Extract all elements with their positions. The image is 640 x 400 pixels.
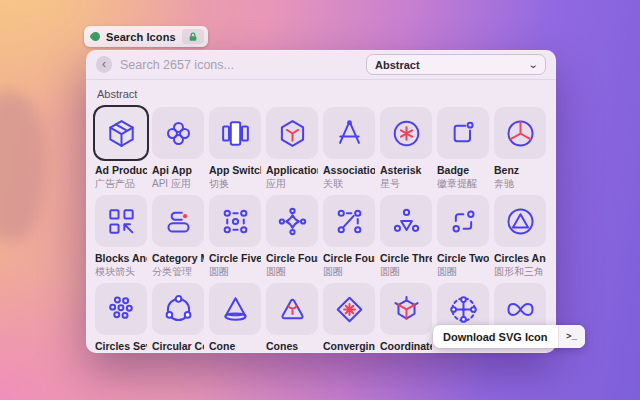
icon-cell: Benz奔驰 bbox=[494, 107, 546, 190]
icon-label: Cones bbox=[266, 340, 318, 353]
category-dropdown-value: Abstract bbox=[375, 59, 420, 71]
icon-cell: Circle Four...圆圈 bbox=[323, 195, 375, 278]
icon-tile-coordinate[interactable] bbox=[380, 283, 432, 335]
icon-tile-app-switch[interactable] bbox=[209, 107, 261, 159]
icon-label: Blocks And... bbox=[95, 252, 147, 265]
icon-label: Benz bbox=[494, 164, 546, 177]
icon-label: Ad Product bbox=[95, 164, 147, 177]
icon-tile-blocks-arrows[interactable] bbox=[95, 195, 147, 247]
results-area: Abstract Ad Product广告产品Api AppAPI 应用App … bbox=[86, 80, 556, 353]
icon-label: Cone bbox=[209, 340, 261, 353]
icon-cell: Ad Product广告产品 bbox=[95, 107, 147, 190]
icon-cell: Cones坐标系 bbox=[266, 283, 318, 353]
window-tab-title: Search Icons bbox=[106, 31, 176, 43]
icon-label: Application... bbox=[266, 164, 318, 177]
icon-label-zh: 徽章提醒 bbox=[437, 177, 489, 190]
icon-tile-cone[interactable] bbox=[209, 283, 261, 335]
icon-cell: Blocks And...模块箭头 bbox=[95, 195, 147, 278]
icon-label-zh: 星号 bbox=[380, 177, 432, 190]
search-input[interactable]: Search 2657 icons... bbox=[120, 58, 234, 72]
icon-cell: Association关联 bbox=[323, 107, 375, 190]
icon-cell: Circle Two L...圆圈 bbox=[437, 195, 489, 278]
icon-tile-circle-five[interactable] bbox=[209, 195, 261, 247]
icon-tile-circles-seven[interactable] bbox=[95, 283, 147, 335]
icon-cell: Circles Seven圆圈 bbox=[95, 283, 147, 353]
icon-tile-circle-four[interactable] bbox=[266, 195, 318, 247]
icon-label: Asterisk bbox=[380, 164, 432, 177]
wallpaper-blob bbox=[0, 92, 46, 240]
icon-cell: Circular Con...圆形连接 bbox=[152, 283, 204, 353]
download-svg-button[interactable]: Download SVG Icon >_ bbox=[433, 325, 585, 348]
icon-label: Coordinate... bbox=[380, 340, 432, 353]
chevron-down-icon: ⌄ bbox=[527, 59, 538, 70]
icon-label-zh: 圆圈 bbox=[323, 265, 375, 278]
icon-cell: Application...应用 bbox=[266, 107, 318, 190]
icon-label-zh: 圆圈 bbox=[437, 265, 489, 278]
icon-cell: Category M...分类管理 bbox=[152, 195, 204, 278]
icon-label: Circle Four... bbox=[323, 252, 375, 265]
icon-cell: Circle Five L...圆圈 bbox=[209, 195, 261, 278]
icon-grid: Ad Product广告产品Api AppAPI 应用App Switch切换A… bbox=[95, 107, 549, 353]
shortcut-key-icon: >_ bbox=[558, 325, 585, 348]
icon-cell: Converging...汇聚回关 bbox=[323, 283, 375, 353]
icon-label: Association bbox=[323, 164, 375, 177]
icon-cell: Badge徽章提醒 bbox=[437, 107, 489, 190]
icon-label-zh: 奔驰 bbox=[494, 177, 546, 190]
icon-tile-circle-triangle[interactable] bbox=[494, 195, 546, 247]
icon-tile-benz[interactable] bbox=[494, 107, 546, 159]
icon-label-zh: 分类管理 bbox=[152, 265, 204, 278]
icon-label-zh: 应用 bbox=[266, 177, 318, 190]
category-dropdown[interactable]: Abstract ⌄ bbox=[366, 54, 546, 75]
search-icons-window: ‹ Search 2657 icons... Abstract ⌄ Abstra… bbox=[86, 50, 556, 353]
icon-tile-converging[interactable] bbox=[323, 283, 375, 335]
icon-cell: Circle Four圆圈 bbox=[266, 195, 318, 278]
icon-cell: Api AppAPI 应用 bbox=[152, 107, 204, 190]
icon-label: Category M... bbox=[152, 252, 204, 265]
icon-tile-api-app[interactable] bbox=[152, 107, 204, 159]
icon-label: App Switch bbox=[209, 164, 261, 177]
icon-label-zh: 关联 bbox=[323, 177, 375, 190]
icon-tile-circle-two[interactable] bbox=[437, 195, 489, 247]
icon-tile-ad-product[interactable] bbox=[95, 107, 147, 159]
icon-label: Circles Seven bbox=[95, 340, 147, 353]
icon-label-zh: 圆圈 bbox=[380, 265, 432, 278]
icon-tile-asterisk[interactable] bbox=[380, 107, 432, 159]
icon-tile-circle-four-line[interactable] bbox=[323, 195, 375, 247]
icon-cell: Cone圆锥 bbox=[209, 283, 261, 353]
icon-label: Badge bbox=[437, 164, 489, 177]
icon-tile-circular-connection[interactable] bbox=[152, 283, 204, 335]
icon-tile-category[interactable] bbox=[152, 195, 204, 247]
icon-cell: Circles And...圆形和三角 bbox=[494, 195, 546, 278]
lock-icon bbox=[188, 32, 198, 42]
window-tab[interactable]: Search Icons bbox=[84, 26, 208, 47]
icon-label-zh: 模块箭头 bbox=[95, 265, 147, 278]
icon-label: Api App bbox=[152, 164, 204, 177]
lock-badge bbox=[182, 29, 204, 44]
back-chevron-icon: ‹ bbox=[102, 58, 106, 70]
icon-label-zh: API 应用 bbox=[152, 177, 204, 190]
icon-label-zh: 圆形和三角 bbox=[494, 265, 546, 278]
icon-cell: Coordinate...坐标系统 bbox=[380, 283, 432, 353]
icon-tile-application[interactable] bbox=[266, 107, 318, 159]
icon-tile-circle-three[interactable] bbox=[380, 195, 432, 247]
icon-tile-badge[interactable] bbox=[437, 107, 489, 159]
back-button[interactable]: ‹ bbox=[96, 56, 112, 73]
icon-cell: Circle Three圆圈 bbox=[380, 195, 432, 278]
icon-cell: Asterisk星号 bbox=[380, 107, 432, 190]
icon-tile-association[interactable] bbox=[323, 107, 375, 159]
icon-label: Circles And... bbox=[494, 252, 546, 265]
icon-label-zh: 圆圈 bbox=[266, 265, 318, 278]
icon-label-zh: 圆圈 bbox=[209, 265, 261, 278]
icon-label: Converging... bbox=[323, 340, 375, 353]
extension-icon bbox=[89, 30, 102, 43]
icon-label-zh: 切换 bbox=[209, 177, 261, 190]
icon-label: Circle Four bbox=[266, 252, 318, 265]
section-title: Abstract bbox=[97, 88, 549, 100]
icon-label: Circle Two L... bbox=[437, 252, 489, 265]
icon-tile-cones[interactable] bbox=[266, 283, 318, 335]
search-bar: ‹ Search 2657 icons... Abstract ⌄ bbox=[86, 50, 556, 80]
icon-label: Circle Five L... bbox=[209, 252, 261, 265]
icon-cell: App Switch切换 bbox=[209, 107, 261, 190]
icon-label: Circle Three bbox=[380, 252, 432, 265]
icon-label: Circular Con... bbox=[152, 340, 204, 353]
